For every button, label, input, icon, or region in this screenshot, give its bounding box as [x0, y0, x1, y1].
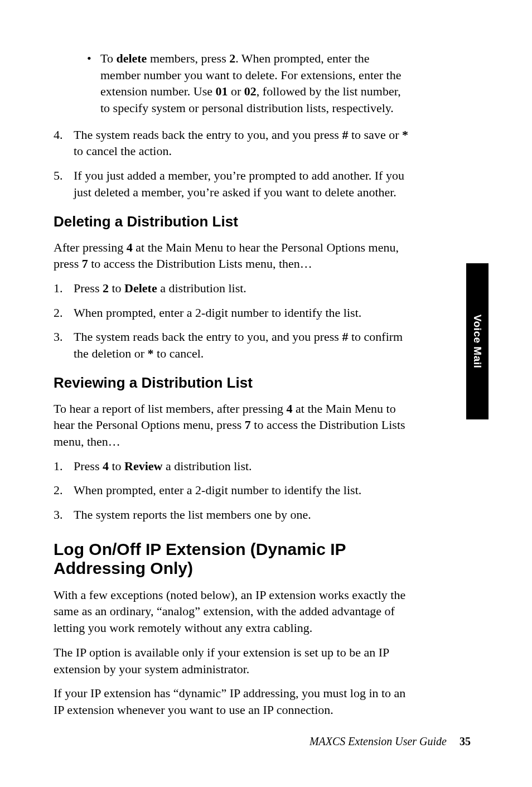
step-text: If you just added a member, you’re promp…	[74, 167, 410, 200]
page-footer: MAXCS Extension User Guide 35	[309, 735, 471, 748]
para-ip-1: With a few exceptions (noted below), an …	[54, 587, 410, 636]
para-ip-3: If your IP extension has “dynamic” IP ad…	[54, 685, 410, 718]
content-column: • To delete members, press 2. When promp…	[54, 50, 410, 718]
step-text: The system reports the list members one …	[74, 506, 410, 523]
step-number: 3.	[54, 506, 74, 523]
side-tab: Voice Mail	[466, 263, 489, 419]
step-text: When prompted, enter a 2-digit number to…	[74, 305, 410, 321]
bullet-text: To delete members, press 2. When prompte…	[100, 50, 410, 117]
step-text: Press 2 to Delete a distribution list.	[74, 280, 410, 297]
step-number: 2.	[54, 482, 74, 499]
list-a-item-2: 2. When prompted, enter a 2-digit number…	[54, 305, 410, 321]
step-text: Press 4 to Review a distribution list.	[74, 458, 410, 475]
list-b-item-1: 1. Press 4 to Review a distribution list…	[54, 458, 410, 475]
bullet-item: • To delete members, press 2. When promp…	[87, 50, 410, 117]
heading-log-on-off: Log On/Off IP Extension (Dynamic IP Addr…	[54, 540, 410, 578]
step-text: The system reads back the entry to you, …	[74, 127, 410, 160]
para-deleting-intro: After pressing 4 at the Main Menu to hea…	[54, 239, 410, 272]
step-4: 4. The system reads back the entry to yo…	[54, 127, 410, 160]
step-text: When prompted, enter a 2-digit number to…	[74, 482, 410, 499]
step-5: 5. If you just added a member, you’re pr…	[54, 167, 410, 200]
heading-deleting: Deleting a Distribution List	[54, 213, 410, 230]
footer-page-number: 35	[460, 735, 471, 747]
para-ip-2: The IP option is available only if your …	[54, 644, 410, 677]
list-a-item-3: 3. The system reads back the entry to yo…	[54, 329, 410, 361]
heading-reviewing: Reviewing a Distribution List	[54, 374, 410, 392]
step-text: The system reads back the entry to you, …	[74, 329, 410, 361]
step-number: 2.	[54, 305, 74, 321]
step-number: 5.	[54, 167, 74, 200]
step-number: 1.	[54, 458, 74, 475]
para-reviewing-intro: To hear a report of list members, after …	[54, 400, 410, 450]
side-tab-label: Voice Mail	[471, 315, 483, 369]
footer-title: MAXCS Extension User Guide	[309, 735, 447, 747]
page: • To delete members, press 2. When promp…	[0, 0, 532, 787]
list-b-item-3: 3. The system reports the list members o…	[54, 506, 410, 523]
bullet-mark: •	[87, 50, 100, 117]
step-number: 1.	[54, 280, 74, 297]
step-number: 4.	[54, 127, 74, 160]
list-a-item-1: 1. Press 2 to Delete a distribution list…	[54, 280, 410, 297]
step-number: 3.	[54, 329, 74, 361]
list-b-item-2: 2. When prompted, enter a 2-digit number…	[54, 482, 410, 499]
